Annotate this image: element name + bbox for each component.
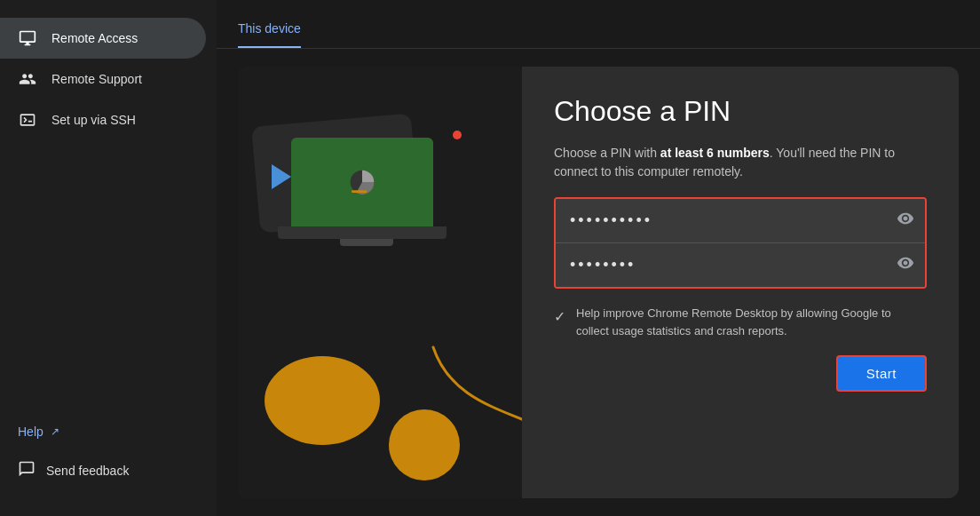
help-label: Help [18,425,43,439]
pie-chart-icon [344,164,380,200]
external-link-icon: ↗ [51,425,59,438]
checkbox-row: ✓ Help improve Chrome Remote Desktop by … [554,305,927,339]
send-feedback-item[interactable]: Send feedback [18,453,199,488]
laptop-base [278,226,447,239]
laptop-stand [340,239,393,246]
blob-1 [265,356,380,445]
pin-field-1-wrap [556,199,925,243]
red-dot-icon [453,131,462,139]
checkmark-icon: ✓ [554,309,565,324]
sidebar: Remote Access Remote Support Set up via … [0,0,217,516]
pin-input-2[interactable] [556,243,925,287]
laptop-screen [291,138,433,226]
checkbox-label: Help improve Chrome Remote Desktop by al… [576,305,927,339]
button-row: Start [554,355,927,392]
right-panel: Choose a PIN Choose a PIN with at least … [522,67,959,498]
feedback-label: Send feedback [46,464,129,478]
eye-icon-2[interactable] [897,254,914,276]
illustration-panel [238,67,522,498]
sidebar-item-label: Remote Access [51,31,138,45]
sidebar-item-remote-support[interactable]: Remote Support [0,59,206,99]
sidebar-item-ssh[interactable]: Set up via SSH [0,99,206,140]
content-area: Choose a PIN Choose a PIN with at least … [217,49,980,516]
sidebar-item-label: Remote Support [51,72,142,86]
start-button[interactable]: Start [836,355,927,392]
tab-this-device[interactable]: This device [238,14,301,48]
panel-description: Choose a PIN with at least 6 numbers. Yo… [554,144,927,181]
sidebar-bottom: Help ↗ Send feedback [0,414,217,505]
main-card: Choose a PIN Choose a PIN with at least … [238,67,959,498]
feedback-icon [18,460,36,480]
help-link[interactable]: Help ↗ [18,425,199,439]
sidebar-item-label: Set up via SSH [51,113,136,127]
eye-icon-1[interactable] [897,210,914,232]
tab-bar: This device [217,0,980,49]
people-icon [18,69,37,89]
monitor-icon [18,28,37,48]
sidebar-nav: Remote Access Remote Support Set up via … [0,11,217,414]
svg-rect-1 [352,190,367,193]
play-button-icon [272,164,291,189]
pin-inputs-container [554,197,927,289]
main-content: This device [217,0,980,516]
terminal-icon [18,110,37,130]
panel-title: Choose a PIN [554,95,927,128]
pin-field-2-wrap [556,243,925,287]
sidebar-item-remote-access[interactable]: Remote Access [0,18,206,59]
arrow-illustration [415,329,522,445]
pin-input-1[interactable] [556,199,925,242]
improve-checkbox[interactable]: ✓ [554,306,565,328]
